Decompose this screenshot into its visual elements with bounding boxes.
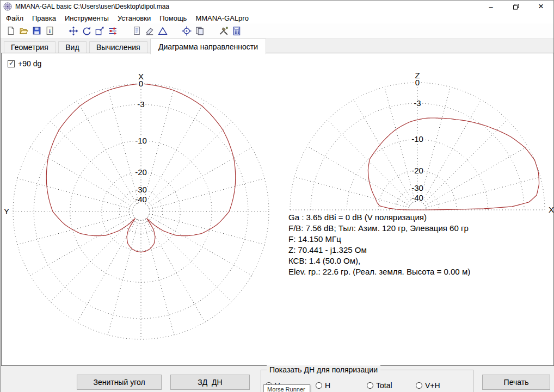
radiation-pattern-plots: 0-3-10-20-30-40XY0-3-10-20-30-40ZX (2, 53, 553, 365)
polarization-group-label: Показать ДН для поляризации (267, 365, 380, 374)
scale-button[interactable] (93, 24, 106, 38)
menu-help[interactable]: Помощь (155, 13, 191, 23)
tab-bar: Геометрия Вид Вычисления Диаграмма напра… (1, 39, 553, 53)
restore-icon (513, 4, 519, 10)
file-info-button[interactable]: i (43, 24, 56, 38)
result-impedance: Z: 70.441 - j1.325 Ом (288, 245, 544, 256)
result-elevation: Elev. гр.: 22.6 гр. (Реал. земля. Высота… (288, 266, 544, 277)
radio-label-total: Total (376, 381, 392, 390)
document-lines-icon (132, 26, 141, 35)
file-info-icon: i (45, 26, 54, 35)
polarization-radio-total[interactable]: Total (367, 381, 392, 390)
radio-circle-total[interactable] (367, 382, 373, 389)
results-text: Ga : 3.65 dBi = 0 dB (V поляризация) F/B… (288, 212, 544, 277)
optimize-button[interactable] (180, 24, 193, 38)
axis-top-label: Z (415, 71, 420, 80)
move-element-button[interactable] (67, 24, 80, 38)
app-window: MMANA-GAL basic C:\Users\user\Desktop\di… (0, 0, 554, 392)
tab-geometry[interactable]: Геометрия (4, 41, 56, 54)
target-icon (182, 26, 192, 36)
window-title: MMANA-GAL basic C:\Users\user\Desktop\di… (15, 3, 169, 10)
azimuth-pattern-ring-label: -30 (135, 185, 147, 194)
compare-button[interactable] (193, 24, 206, 38)
wire-edit-button[interactable] (106, 24, 119, 38)
rotate-element-button[interactable] (80, 24, 93, 38)
minimize-button[interactable]: – (478, 1, 503, 13)
move-icon (69, 26, 78, 36)
close-button[interactable]: × (528, 1, 553, 13)
result-swr: КСВ: 1.4 (50.0 Ом), (288, 256, 544, 266)
setup-button[interactable] (217, 24, 230, 38)
restore-button[interactable] (503, 1, 528, 13)
radio-label-vh: V+H (425, 381, 440, 390)
svg-text:i: i (49, 28, 51, 34)
save-icon (32, 26, 41, 35)
polarization-radio-vh[interactable]: V+H (416, 381, 440, 390)
result-frequency: F: 14.150 МГц (288, 234, 544, 245)
antenna-shape-button[interactable] (156, 24, 169, 38)
elevation-pattern-ring-label: -10 (411, 134, 423, 144)
app-icon (3, 2, 12, 11)
result-fb: F/B: 7.56 dB; Тыл: Азим. 120 гр, Элеваци… (288, 223, 544, 234)
calculate-button[interactable] (230, 24, 243, 38)
polarization-radio-h[interactable]: H (316, 381, 330, 390)
menu-tools[interactable]: Инструменты (60, 13, 113, 23)
print-button[interactable]: Печать (482, 375, 550, 390)
axis-side-label: Y (4, 207, 9, 216)
title-bar: MMANA-GAL basic C:\Users\user\Desktop\di… (1, 1, 553, 13)
save-button[interactable] (30, 24, 43, 38)
axis-side-label: X (549, 205, 553, 214)
open-folder-icon (19, 26, 28, 35)
scale-window-icon (95, 26, 104, 36)
elevation-pattern-ring-label: -3 (414, 98, 421, 108)
menu-file[interactable]: Файл (2, 13, 28, 23)
radio-circle-vh[interactable] (416, 382, 422, 389)
elevation-pattern-ring-label: -40 (411, 193, 423, 202)
calculator-icon (232, 26, 242, 36)
azimuth-pattern-ring-label: -20 (135, 167, 147, 177)
tools-icon (219, 26, 229, 36)
pattern-view-panel: +90 dg 0-3-10-20-30-40XY0-3-10-20-30-40Z… (1, 53, 554, 366)
eraser-icon (145, 26, 155, 36)
elevation-pattern-curve (368, 118, 539, 210)
copy-pages-icon (195, 26, 205, 36)
view-definition-button[interactable] (130, 24, 143, 38)
elevation-pattern-ring-label: -30 (411, 183, 423, 192)
rotate-icon (82, 26, 91, 36)
azimuth-pattern-ring-label: -10 (135, 136, 147, 145)
radio-label-h: H (325, 381, 330, 390)
new-file-icon (6, 26, 15, 35)
azimuth-pattern-ring-label: -40 (135, 195, 147, 204)
wire-sliders-icon (108, 26, 118, 36)
morse-runner-tooltip: Morse Runner (263, 384, 310, 392)
menu-settings[interactable]: Установки (113, 13, 155, 23)
menu-mmana-galpro[interactable]: MMANA-GALpro (191, 13, 253, 23)
toolbar: i (1, 23, 553, 39)
menu-bar: Файл Правка Инструменты Установки Помощь… (1, 13, 553, 23)
elevation-pattern-plot: 0-3-10-20-30-40ZX (290, 71, 553, 214)
azimuth-pattern-ring-label: -3 (137, 99, 144, 109)
tab-radiation-pattern[interactable]: Диаграмма направленности (150, 39, 266, 54)
3d-pattern-button[interactable]: ЗД ДН (170, 375, 250, 390)
axis-top-label: X (138, 72, 144, 81)
zenith-angle-button[interactable]: Зенитный угол (77, 375, 162, 390)
new-file-button[interactable] (4, 24, 17, 38)
open-file-button[interactable] (17, 24, 30, 38)
triangle-icon (158, 26, 168, 36)
radio-circle-h[interactable] (316, 382, 322, 389)
menu-edit[interactable]: Правка (28, 13, 60, 23)
erase-button[interactable] (143, 24, 156, 38)
elevation-pattern-ring-label: -20 (411, 166, 423, 175)
tab-calculations[interactable]: Вычисления (89, 41, 147, 54)
azimuth-pattern-plot: 0-3-10-20-30-40XY (4, 72, 269, 339)
tab-view[interactable]: Вид (58, 41, 86, 54)
result-gain: Ga : 3.65 dBi = 0 dB (V поляризация) (288, 212, 544, 223)
